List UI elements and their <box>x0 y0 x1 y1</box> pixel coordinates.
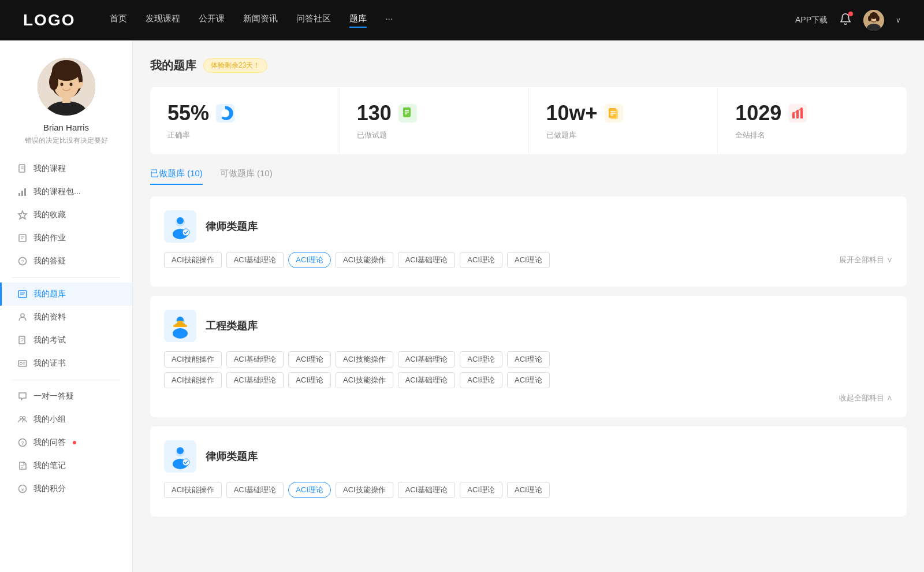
bank-3-tags: ACI技能操作 ACI基础理论 ACI理论 ACI技能操作 ACI基础理论 AC… <box>164 482 893 498</box>
bank-2-tag-1[interactable]: ACI基础理论 <box>226 351 284 367</box>
bar-icon <box>17 187 28 197</box>
sidebar-label-my-profile: 我的资料 <box>33 312 66 322</box>
stat-done-label: 已做试题 <box>357 130 511 140</box>
stat-ranking-top: 1029 <box>735 101 889 125</box>
bank-2-row2-tag-6[interactable]: ACI理论 <box>507 372 550 388</box>
bank-1-tag-4[interactable]: ACI基础理论 <box>398 252 456 268</box>
divider-1 <box>12 277 121 278</box>
profile-name: Brian Harris <box>43 122 89 132</box>
sidebar-item-my-cert[interactable]: 我的证书 <box>0 352 132 375</box>
notification-bell[interactable] <box>839 13 852 28</box>
sidebar-item-my-exam[interactable]: 我的考试 <box>0 329 132 352</box>
user-dropdown-arrow[interactable]: ∨ <box>896 16 901 24</box>
bank-1-tag-6[interactable]: ACI理论 <box>507 252 550 268</box>
svg-rect-33 <box>19 336 25 344</box>
svg-point-67 <box>182 229 189 236</box>
svg-point-62 <box>796 110 799 112</box>
svg-text:?: ? <box>21 259 24 265</box>
nav-opencourse[interactable]: 公开课 <box>199 13 225 28</box>
app-download-button[interactable]: APP下载 <box>795 15 828 25</box>
svg-rect-29 <box>18 291 27 298</box>
question-red-dot <box>73 441 76 444</box>
svg-point-32 <box>21 314 24 317</box>
bank-3-tag-3[interactable]: ACI技能操作 <box>336 482 393 498</box>
bank-2-row2-tag-1[interactable]: ACI基础理论 <box>226 372 284 388</box>
nav-home[interactable]: 首页 <box>110 13 127 28</box>
bank-2-row2-tag-3[interactable]: ACI技能操作 <box>336 372 393 388</box>
svg-point-14 <box>60 83 63 86</box>
sidebar-item-my-profile[interactable]: 我的资料 <box>0 306 132 329</box>
svg-rect-24 <box>19 235 26 242</box>
tabs: 已做题库 (10) 可做题库 (10) <box>150 168 907 185</box>
svg-rect-60 <box>800 109 803 118</box>
stat-ranking-label: 全站排名 <box>735 130 889 140</box>
nav-more[interactable]: ··· <box>385 13 393 28</box>
bank-2-tag-2[interactable]: ACI理论 <box>288 351 331 367</box>
sidebar-item-my-course[interactable]: 我的课程 <box>0 157 132 180</box>
bank-2-row2-tag-0[interactable]: ACI技能操作 <box>164 372 222 388</box>
bank-2-row2-tag-4[interactable]: ACI基础理论 <box>398 372 456 388</box>
sidebar-label-my-exam: 我的考试 <box>33 335 66 346</box>
stat-ranking-number: 1029 <box>735 101 781 125</box>
nav-discover[interactable]: 发现课程 <box>146 13 180 28</box>
sidebar-item-my-group[interactable]: 我的小组 <box>0 408 132 431</box>
sidebar-item-my-quiz[interactable]: 我的题库 <box>0 283 132 306</box>
bank-3-tag-5[interactable]: ACI理论 <box>460 482 502 498</box>
bank-card-engineer: 工程类题库 ACI技能操作 ACI基础理论 ACI理论 ACI技能操作 ACI基… <box>150 296 907 417</box>
lawyer-icon-2 <box>164 440 196 473</box>
sidebar-label-one-on-one: 一对一答疑 <box>33 391 74 402</box>
nav-quiz[interactable]: 题库 <box>349 13 367 28</box>
svg-point-48 <box>221 109 229 117</box>
tab-available-banks[interactable]: 可做题库 (10) <box>220 168 273 185</box>
svg-point-36 <box>20 362 23 365</box>
bank-3-tag-6[interactable]: ACI理论 <box>507 482 550 498</box>
tab-done-banks[interactable]: 已做题库 (10) <box>150 168 203 185</box>
svg-rect-20 <box>18 193 20 196</box>
sidebar-label-my-cert: 我的证书 <box>33 358 66 369</box>
bank-1-tag-0[interactable]: ACI技能操作 <box>164 252 222 268</box>
bank-2-tag-4[interactable]: ACI基础理论 <box>398 351 456 367</box>
bank-1-tag-2[interactable]: ACI理论 <box>288 252 331 268</box>
bank-2-tag-3[interactable]: ACI技能操作 <box>336 351 393 367</box>
bank-1-expand[interactable]: 展开全部科目 ∨ <box>839 255 893 265</box>
sidebar-item-my-question[interactable]: ? 我的问答 <box>0 431 132 454</box>
user-avatar[interactable] <box>863 10 884 31</box>
sidebar-item-my-qa[interactable]: ? 我的答疑 <box>0 250 132 273</box>
bank-3-tag-2[interactable]: ACI理论 <box>288 482 331 498</box>
sidebar-label-my-homework: 我的作业 <box>33 233 66 243</box>
stat-accuracy-top: 55% <box>167 101 322 125</box>
svg-text:¥: ¥ <box>21 487 24 492</box>
bank-2-tag-0[interactable]: ACI技能操作 <box>164 351 222 367</box>
bank-2-collapse[interactable]: 收起全部科目 ∧ <box>164 393 893 403</box>
stat-accuracy: 55% 正确率 <box>150 87 340 154</box>
q-icon: ? <box>17 437 28 448</box>
bank-card-lawyer-1: 律师类题库 ACI技能操作 ACI基础理论 ACI理论 ACI技能操作 ACI基… <box>150 196 907 287</box>
stat-accuracy-number: 55% <box>167 101 209 125</box>
bank-1-tag-5[interactable]: ACI理论 <box>460 252 502 268</box>
sidebar-label-my-group: 我的小组 <box>33 414 66 425</box>
sidebar-item-my-collection[interactable]: 我的收藏 <box>0 203 132 226</box>
bank-2-row2-tag-2[interactable]: ACI理论 <box>288 372 331 388</box>
sidebar-item-course-package[interactable]: 我的课程包... <box>0 180 132 203</box>
bank-2-tag-6[interactable]: ACI理论 <box>507 351 550 367</box>
sidebar-item-one-on-one[interactable]: 一对一答疑 <box>0 385 132 408</box>
sidebar-item-my-notes[interactable]: 我的笔记 <box>0 454 132 477</box>
bank-2-tag-5[interactable]: ACI理论 <box>460 351 502 367</box>
ranking-chart-icon <box>788 104 807 122</box>
bank-1-tag-3[interactable]: ACI技能操作 <box>336 252 393 268</box>
svg-point-74 <box>177 447 184 454</box>
trial-badge: 体验剩余23天！ <box>203 58 267 73</box>
bank-2-row2-tag-5[interactable]: ACI理论 <box>460 372 502 388</box>
sidebar-item-my-points[interactable]: ¥ 我的积分 <box>0 477 132 500</box>
bank-3-tag-4[interactable]: ACI基础理论 <box>398 482 456 498</box>
profile-avatar <box>38 58 95 116</box>
done-doc-icon <box>398 104 417 122</box>
nav-qa[interactable]: 问答社区 <box>296 13 331 28</box>
bank-3-tag-1[interactable]: ACI基础理论 <box>226 482 284 498</box>
sidebar-item-my-homework[interactable]: 我的作业 <box>0 226 132 250</box>
note-icon <box>17 460 28 471</box>
bank-1-tag-1[interactable]: ACI基础理论 <box>226 252 284 268</box>
exam-icon <box>17 335 28 346</box>
nav-news[interactable]: 新闻资讯 <box>243 13 278 28</box>
bank-3-tag-0[interactable]: ACI技能操作 <box>164 482 222 498</box>
